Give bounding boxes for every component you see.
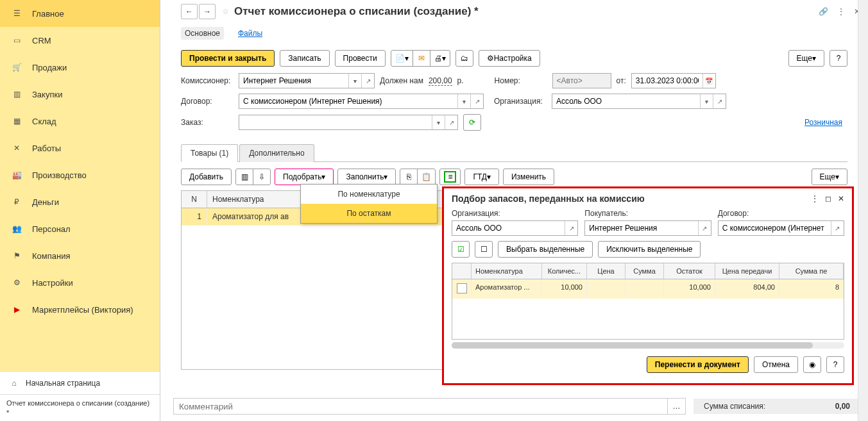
sidebar-item-settings[interactable]: ⚙ Настройки	[0, 269, 160, 296]
modal-horizontal-scrollbar[interactable]	[452, 342, 844, 349]
sidebar-item-production[interactable]: 🏭 Производство	[0, 161, 160, 188]
open-button[interactable]: ↗	[565, 221, 577, 235]
open-button[interactable]: ↗	[713, 94, 726, 108]
subnav-files[interactable]: Файлы	[234, 27, 266, 40]
gtd-button[interactable]: ГТД ▾	[464, 169, 499, 185]
sidebar-item-crm[interactable]: ▭ CRM	[0, 27, 160, 54]
card-button[interactable]: ≡	[439, 169, 461, 185]
comment-input[interactable]	[173, 398, 668, 415]
order-input[interactable]	[239, 115, 432, 129]
modal-grid-header-sum[interactable]: Сумма	[625, 263, 664, 279]
sidebar-item-warehouse[interactable]: ▦ Склад	[0, 108, 160, 135]
link-icon[interactable]: 🔗	[819, 7, 828, 16]
barcode-button[interactable]: ▥	[235, 169, 253, 185]
sidebar-item-main[interactable]: ☰ Главное	[0, 0, 160, 27]
write-button[interactable]: Записать	[280, 50, 329, 67]
dropdown-button[interactable]: ▾	[348, 74, 361, 88]
add-button[interactable]: Добавить	[181, 169, 232, 185]
document-icon: 📄	[395, 54, 405, 63]
modal-settings-button[interactable]: ◉	[803, 356, 821, 373]
help-button[interactable]: ?	[830, 50, 847, 67]
modal-grid-header-transfer-sum[interactable]: Сумма пе	[779, 263, 844, 279]
modal-close-icon[interactable]: ✕	[838, 194, 844, 203]
modal-grid-header-nomen[interactable]: Номенклатура	[472, 263, 542, 279]
sidebar-item-personnel[interactable]: 👥 Персонал	[0, 215, 160, 242]
modal-grid-header-balance[interactable]: Остаток	[664, 263, 715, 279]
grid-more-button[interactable]: Еще ▾	[812, 169, 847, 185]
modal-more-icon[interactable]: ⋮	[811, 194, 819, 203]
modal-maximize-icon[interactable]: ◻	[825, 194, 831, 203]
modal-grid-header-check[interactable]	[452, 263, 472, 279]
sidebar-open-doc[interactable]: Отчет комиссионера о списании (создание)…	[0, 394, 160, 421]
commissioner-input[interactable]	[239, 74, 348, 88]
tab-additional[interactable]: Дополнительно	[239, 144, 314, 162]
scrollbar-thumb[interactable]	[452, 342, 813, 349]
subnav-main[interactable]: Основное	[181, 27, 224, 40]
modal-buyer-input-wrap: ↗	[584, 220, 711, 236]
modal-table-row[interactable]: Ароматизатор ... 10,000 10,000 804,00 8	[452, 279, 844, 299]
page-vertical-scrollbar[interactable]	[858, 0, 868, 421]
retail-link[interactable]: Розничная	[804, 118, 842, 127]
open-button[interactable]: ↗	[831, 221, 844, 235]
sidebar-item-sales[interactable]: 🛒 Продажи	[0, 54, 160, 81]
grid-header-n[interactable]: N	[182, 191, 207, 208]
post-and-close-button[interactable]: Провести и закрыть	[181, 50, 275, 67]
copy-button[interactable]: ⎘	[400, 169, 418, 185]
settings-button[interactable]: ⚙ Настройка	[479, 50, 540, 67]
print-button[interactable]: 🖨▾	[430, 50, 450, 67]
modal-org-input[interactable]	[452, 221, 565, 235]
more-vert-icon[interactable]: ⋮	[837, 7, 845, 16]
edit-button[interactable]: Изменить	[503, 169, 554, 185]
modal-buyer-input[interactable]	[585, 221, 697, 235]
sidebar-item-purchases[interactable]: ▥ Закупки	[0, 81, 160, 108]
sidebar-item-money[interactable]: ₽ Деньги	[0, 188, 160, 215]
structure-button[interactable]: 🗂	[455, 50, 473, 67]
modal-contract-input[interactable]	[719, 221, 831, 235]
owes-value[interactable]: 200,00	[429, 76, 452, 86]
sidebar-item-works[interactable]: ✕ Работы	[0, 135, 160, 161]
modal-grid-header-price[interactable]: Цена	[587, 263, 625, 279]
pick-by-balance[interactable]: По остаткам	[301, 204, 437, 223]
dropdown-button[interactable]: ▾	[457, 94, 470, 108]
transfer-to-document-button[interactable]: Перенести в документ	[647, 356, 749, 373]
contract-input[interactable]	[239, 94, 457, 108]
load-button[interactable]: ⇩	[253, 169, 271, 185]
select-highlighted-button[interactable]: Выбрать выделенные	[498, 241, 593, 258]
nav-back-button[interactable]: ←	[181, 4, 198, 19]
factory-icon: 🏭	[10, 169, 23, 181]
paste-button[interactable]: 📋	[417, 169, 436, 185]
modal-row-check[interactable]	[452, 279, 472, 299]
favorite-star-icon[interactable]: ☆	[222, 7, 229, 16]
post-button[interactable]: Провести	[335, 50, 386, 67]
modal-grid-header-transfer-price[interactable]: Цена передачи	[715, 263, 779, 279]
exclude-highlighted-button[interactable]: Исключить выделенные	[598, 241, 701, 258]
pick-by-nomenclature[interactable]: По номенклатуре	[301, 185, 437, 204]
printer-icon: 🖨	[434, 54, 442, 63]
email-button[interactable]: ✉	[413, 50, 430, 67]
calendar-button[interactable]: 📅	[702, 74, 715, 88]
comment-expand-button[interactable]: …	[668, 398, 686, 415]
date-input[interactable]	[632, 74, 702, 88]
dropdown-button[interactable]: ▾	[700, 94, 713, 108]
open-button[interactable]: ↗	[361, 74, 374, 88]
modal-grid-header-qty[interactable]: Количес...	[542, 263, 587, 279]
refresh-order-button[interactable]: ⟳	[463, 114, 481, 131]
cancel-button[interactable]: Отмена	[754, 356, 798, 373]
more-button[interactable]: Еще ▾	[788, 50, 824, 67]
fill-button[interactable]: Заполнить ▾	[337, 169, 396, 185]
modal-help-button[interactable]: ?	[826, 356, 844, 373]
sidebar-item-marketplaces[interactable]: ▶ Маркетплейсы (Виктория)	[0, 296, 160, 323]
open-button[interactable]: ↗	[470, 94, 483, 108]
tab-goods[interactable]: Товары (1)	[181, 144, 238, 162]
pick-button[interactable]: Подобрать ▾	[275, 169, 334, 185]
sidebar-home[interactable]: ⌂ Начальная страница	[0, 371, 160, 395]
select-all-button[interactable]: ☑	[452, 241, 470, 258]
deselect-all-button[interactable]: ☐	[475, 241, 493, 258]
open-button[interactable]: ↗	[698, 221, 711, 235]
org-input[interactable]	[552, 94, 700, 108]
sidebar-item-company[interactable]: ⚑ Компания	[0, 242, 160, 269]
open-button[interactable]: ↗	[445, 115, 457, 129]
nav-forward-button[interactable]: →	[199, 4, 216, 19]
create-based-on-button[interactable]: 📄▾	[391, 50, 413, 67]
dropdown-button[interactable]: ▾	[432, 115, 445, 129]
